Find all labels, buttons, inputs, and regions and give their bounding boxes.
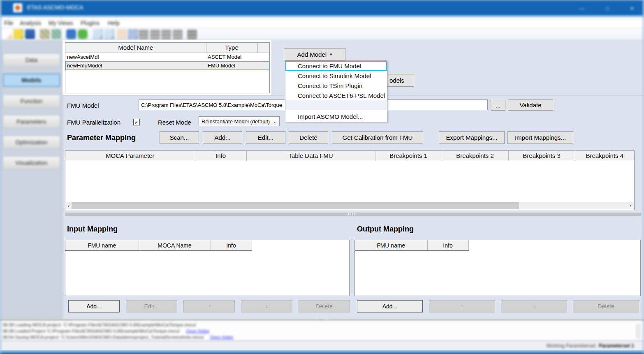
scan-edit-icon[interactable] <box>104 29 114 39</box>
reset-mode-label: Reset Mode <box>158 119 191 126</box>
models-col-name[interactable]: Model Name <box>65 43 206 53</box>
model-type-cell[interactable]: ASCET Model <box>206 53 257 61</box>
close-button[interactable]: ✕ <box>626 4 638 12</box>
new-project-icon[interactable] <box>2 29 12 39</box>
menu-file[interactable]: File <box>4 20 14 26</box>
get-calibration-button[interactable]: Get Calibration from FMU <box>332 131 423 144</box>
param-col-bp3[interactable]: Breakpoints 3 <box>508 151 575 161</box>
output-mapping-title: Output Mapping <box>357 225 414 234</box>
add-model-dropdown-menu: Connect to FMU Model Connect to Simulink… <box>285 60 387 122</box>
menu-item-connect-ascet6[interactable]: Connect to ASCET6-PSL Model <box>285 90 387 100</box>
param-col-table[interactable]: Table Data FMU <box>246 151 375 161</box>
param-col-info[interactable]: Info <box>195 151 246 161</box>
table-row-selected[interactable]: newFmuModel FMU Model <box>65 61 269 70</box>
input-move-up-button[interactable]: ↑ <box>183 300 235 312</box>
param-col-bp2[interactable]: Breakpoints 2 <box>442 151 508 161</box>
sidebar-item-visualization[interactable]: Visualization <box>3 156 60 169</box>
output-move-down-button[interactable]: ↓ <box>501 300 567 312</box>
input-delete-button[interactable]: Delete <box>299 300 350 312</box>
run-icon[interactable] <box>78 29 88 39</box>
input-col-fmu[interactable]: FMU name <box>65 240 139 251</box>
scroll-right-icon[interactable]: › <box>628 203 634 209</box>
export-mappings-button[interactable]: Export Mappings... <box>439 131 505 144</box>
horizontal-splitter[interactable] <box>65 213 641 216</box>
view-grid-5-icon[interactable] <box>187 29 197 39</box>
menu-analysis[interactable]: Analysis <box>20 20 41 26</box>
menu-item-blank[interactable] <box>285 100 387 110</box>
sidebar-item-data[interactable]: Data <box>3 53 60 67</box>
save-project-icon[interactable] <box>25 29 35 39</box>
model-name-cell[interactable]: newFmuModel <box>65 61 206 70</box>
menu-help[interactable]: Help <box>108 20 120 26</box>
param-col-bp1[interactable]: Breakpoints 1 <box>375 151 442 161</box>
reset-mode-select[interactable]: Reinstantiate Model (default) ⌄ <box>199 116 280 126</box>
data-table-icon[interactable] <box>40 29 50 39</box>
chevron-down-icon: ⌄ <box>273 118 277 124</box>
table-row[interactable]: newAscetMdl ASCET Model <box>65 53 269 61</box>
param-col-moca[interactable]: MOCA Parameter <box>65 151 195 161</box>
model-name-cell[interactable]: newAscetMdl <box>65 53 206 61</box>
stop-icon[interactable] <box>66 29 76 39</box>
input-add-button[interactable]: Add... <box>68 300 120 312</box>
sidebar-item-function[interactable]: Function <box>3 95 60 108</box>
working-parameterset-label: Working Parameterset: <box>546 343 597 349</box>
browse-button[interactable]: ... <box>491 100 505 111</box>
scrollbar-thumb[interactable] <box>72 202 519 209</box>
refresh-icon[interactable] <box>128 29 138 39</box>
param-col-bp4[interactable]: Breakpoints 4 <box>575 151 634 161</box>
menu-plugins[interactable]: Plugins <box>81 20 100 26</box>
output-delete-button[interactable]: Delete <box>573 300 639 312</box>
output-add-button[interactable]: Add... <box>357 300 423 312</box>
sidebar-item-models[interactable]: Models <box>3 74 60 87</box>
input-edit-button[interactable]: Edit... <box>126 300 177 312</box>
input-col-moca[interactable]: MOCA Name <box>139 240 211 251</box>
scan-icon[interactable] <box>93 29 103 39</box>
app-logo-icon <box>13 3 22 12</box>
delete-models-button-obscured[interactable]: odels <box>387 74 414 87</box>
input-col-info[interactable]: Info <box>211 240 252 251</box>
param-edit-button[interactable]: Edit... <box>246 131 285 144</box>
scroll-left-icon[interactable]: ‹ <box>66 203 72 209</box>
menu-item-connect-tsim[interactable]: Connect to TSim Plugin <box>285 81 387 90</box>
import-mappings-button[interactable]: Import Mappings... <box>507 131 573 144</box>
output-col-info[interactable]: Info <box>427 240 468 251</box>
view-grid-1-icon[interactable] <box>139 29 148 39</box>
output-mapping-table: FMU name Info <box>354 240 641 296</box>
data-color-table-icon[interactable] <box>51 29 61 39</box>
fmu-parallelization-label: FMU Parallelization <box>67 119 120 126</box>
validate-button[interactable]: Validate <box>508 99 553 111</box>
menu-bar: File Analysis My Views Plugins Help <box>0 19 644 28</box>
open-folder-link[interactable]: Open folder <box>186 329 209 333</box>
sidebar-item-optimization[interactable]: Optimization <box>3 136 60 149</box>
param-delete-button[interactable]: Delete <box>289 131 328 144</box>
horizontal-scrollbar[interactable]: ‹ › <box>66 202 634 209</box>
menu-my-views[interactable]: My Views <box>49 20 73 26</box>
fmu-parallelization-checkbox[interactable]: ✓ <box>133 119 140 125</box>
log-line: 08:38 Loaded Project 'C:\Program Files\E… <box>2 329 642 335</box>
open-folder-link[interactable]: Open folder <box>210 335 233 340</box>
maximize-button[interactable]: □ <box>601 4 614 12</box>
window-left-border <box>0 0 1 354</box>
output-col-fmu[interactable]: FMU name <box>355 240 427 251</box>
view-grid-4-icon[interactable] <box>173 29 183 39</box>
scan-button[interactable]: Scan... <box>160 131 199 144</box>
menu-item-import-ascmo[interactable]: Import ASCMO Model... <box>285 111 387 122</box>
menu-item-connect-fmu[interactable]: Connect to FMU Model <box>285 61 387 71</box>
minimize-button[interactable]: — <box>576 4 588 12</box>
window-bottom-border <box>0 350 644 354</box>
working-parameterset-value: Parameterset 1 <box>599 343 634 349</box>
model-type-cell[interactable]: FMU Model <box>206 61 257 70</box>
title-bar: ETAS ASCMO-MOCA — □ ✕ <box>0 0 644 16</box>
output-move-up-button[interactable]: ↑ <box>429 300 495 312</box>
open-project-icon[interactable] <box>14 29 23 39</box>
log-scrollbar[interactable] <box>636 324 641 339</box>
menu-item-connect-simulink[interactable]: Connect to Simulink Model <box>285 71 387 81</box>
view-grid-3-icon[interactable] <box>161 29 171 39</box>
view-grid-2-icon[interactable] <box>150 29 160 39</box>
sidebar-item-parameters[interactable]: Parameters <box>3 115 60 128</box>
add-model-button[interactable]: Add Model ▾ <box>284 48 345 60</box>
models-col-type[interactable]: Type <box>206 43 257 53</box>
param-add-button[interactable]: Add... <box>203 131 242 144</box>
input-move-down-button[interactable]: ↓ <box>241 300 292 312</box>
reset-icon[interactable] <box>117 29 127 39</box>
